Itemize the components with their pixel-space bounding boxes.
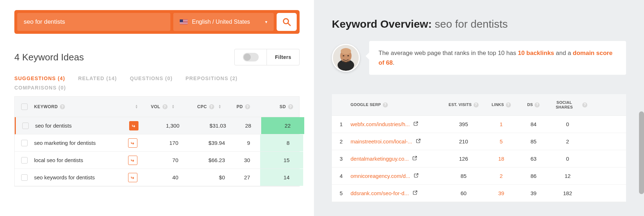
rank-cell: 4 <box>332 173 351 179</box>
col-ds: DS ? <box>519 102 548 107</box>
external-link-icon[interactable] <box>414 173 419 179</box>
url-cell: mainstreetroi.com/local-... <box>351 138 444 144</box>
keyword-search-input[interactable] <box>17 13 170 31</box>
visits-cell: 85 <box>444 173 483 179</box>
col-sd[interactable]: SD ? <box>260 104 303 109</box>
view-toggle[interactable] <box>243 53 259 61</box>
col-keyword[interactable]: KEYWORD ? ▲▼ <box>34 104 142 109</box>
row-checkbox[interactable] <box>22 123 29 129</box>
insight-bubble: The average web page that ranks in the t… <box>369 41 626 75</box>
vol-cell: 1,300 <box>143 123 189 129</box>
links-cell[interactable]: 18 <box>483 156 519 162</box>
external-link-icon[interactable] <box>416 138 421 144</box>
expand-button[interactable] <box>128 173 137 182</box>
row-checkbox[interactable] <box>21 157 28 164</box>
help-icon: ? <box>506 102 511 107</box>
sd-cell: 15 <box>260 152 303 169</box>
serp-row: 5ddsrank.com/seo-for-d...603939182 <box>332 185 626 202</box>
tab[interactable]: SUGGESTIONS (4) <box>14 75 65 81</box>
help-icon: ? <box>474 102 479 107</box>
help-icon: ? <box>245 104 250 109</box>
links-cell[interactable]: 5 <box>483 138 519 144</box>
col-vol[interactable]: VOL ? ▲▼ <box>142 104 188 109</box>
serp-row: 1webfx.com/industries/h...3951840 <box>332 116 626 133</box>
visits-cell: 60 <box>444 190 483 196</box>
keyword-table: KEYWORD ? ▲▼ VOL ? ▲▼ CPC ? ▲▼ PD ? SD ? <box>14 96 300 187</box>
enter-arrow-icon <box>130 175 135 180</box>
keyword-cell: seo for dentists <box>35 121 143 130</box>
cpc-cell: $0 <box>188 174 235 180</box>
table-row[interactable]: seo keywords for dentists40$02714 <box>15 169 299 186</box>
serp-url-link[interactable]: mainstreetroi.com/local-... <box>351 138 412 144</box>
col-pd[interactable]: PD ? <box>235 104 260 109</box>
svg-point-5 <box>341 48 351 54</box>
external-link-icon[interactable] <box>413 190 418 196</box>
svg-line-1 <box>288 23 291 26</box>
table-row[interactable]: seo marketing for dentists170$39.9498 <box>15 134 299 152</box>
visits-cell: 210 <box>444 138 483 144</box>
language-select[interactable]: English / United States ▾ <box>173 13 274 31</box>
serp-url-link[interactable]: webfx.com/industries/h... <box>351 121 410 127</box>
sort-icon: ▲▼ <box>218 105 225 109</box>
tab[interactable]: PREPOSITIONS (2) <box>185 75 238 81</box>
sort-icon: ▲▼ <box>135 105 142 109</box>
vol-cell: 70 <box>142 157 188 163</box>
table-header: KEYWORD ? ▲▼ VOL ? ▲▼ CPC ? ▲▼ PD ? SD ? <box>15 96 299 117</box>
col-links: LINKS ? <box>483 102 519 107</box>
pd-cell: 30 <box>235 157 260 163</box>
keyword-cell: seo keywords for dentists <box>34 173 142 182</box>
shares-cell: 2 <box>548 138 587 144</box>
serp-url-link[interactable]: ddsrank.com/seo-for-d... <box>351 190 409 196</box>
rank-cell: 3 <box>332 156 351 162</box>
language-label: English / United States <box>192 19 261 25</box>
select-all-checkbox[interactable] <box>21 104 28 110</box>
row-checkbox[interactable] <box>21 174 28 181</box>
serp-row: 3dentalmarketingguy.co...12618630 <box>332 150 626 167</box>
pd-cell: 28 <box>236 123 261 129</box>
expand-button[interactable] <box>128 156 137 165</box>
expand-button[interactable] <box>128 138 137 148</box>
sd-cell: 8 <box>260 134 303 151</box>
table-row[interactable]: seo for dentists1,300$31.032822 <box>15 117 299 134</box>
serp-url-link[interactable]: dentalmarketingguy.co... <box>351 156 409 162</box>
col-cpc[interactable]: CPC ? ▲▼ <box>188 104 235 109</box>
tab[interactable]: RELATED (14) <box>78 75 117 81</box>
tab[interactable]: COMPARISONS (0) <box>14 85 66 91</box>
links-cell[interactable]: 39 <box>483 190 519 196</box>
url-cell: omnicoreagency.com/d... <box>351 173 444 179</box>
sort-icon: ▲▼ <box>172 105 178 109</box>
svg-point-6 <box>343 55 344 56</box>
sd-cell: 14 <box>260 169 303 186</box>
url-cell: webfx.com/industries/h... <box>351 121 444 127</box>
col-serp: GOOGLE SERP ? <box>351 102 444 107</box>
scrollbar[interactable] <box>639 111 644 194</box>
row-checkbox[interactable] <box>21 140 28 146</box>
filters-button[interactable]: Filters <box>267 49 299 65</box>
ds-cell: 84 <box>519 121 548 127</box>
col-shares: SOCIAL SHARES ? <box>548 100 587 110</box>
vol-cell: 170 <box>142 140 188 146</box>
svg-point-7 <box>347 55 349 56</box>
url-cell: ddsrank.com/seo-for-d... <box>351 190 444 196</box>
expand-button[interactable] <box>129 121 138 130</box>
avatar-image <box>333 45 359 71</box>
search-button[interactable] <box>277 13 297 31</box>
table-row[interactable]: local seo for dentists70$66.233015 <box>15 152 299 169</box>
header-controls: Filters <box>234 49 300 65</box>
links-cell[interactable]: 1 <box>483 121 519 127</box>
right-panel: Keyword Overview: seo for dentists The a… <box>314 0 644 216</box>
shares-cell: 12 <box>548 173 587 179</box>
links-cell[interactable]: 2 <box>483 173 519 179</box>
tab[interactable]: QUESTIONS (0) <box>130 75 173 81</box>
serp-url-link[interactable]: omnicoreagency.com/d... <box>351 173 410 179</box>
ds-cell: 86 <box>519 173 548 179</box>
external-link-icon[interactable] <box>412 156 417 162</box>
rank-cell: 2 <box>332 138 351 144</box>
ds-cell: 85 <box>519 138 548 144</box>
ds-cell: 39 <box>519 190 548 196</box>
url-cell: dentalmarketingguy.co... <box>351 156 444 162</box>
keyword-cell: seo marketing for dentists <box>34 138 142 148</box>
external-link-icon[interactable] <box>413 121 418 127</box>
serp-row: 4omnicoreagency.com/d...8528612 <box>332 167 626 185</box>
serp-row: 2mainstreetroi.com/local-...2105852 <box>332 133 626 150</box>
